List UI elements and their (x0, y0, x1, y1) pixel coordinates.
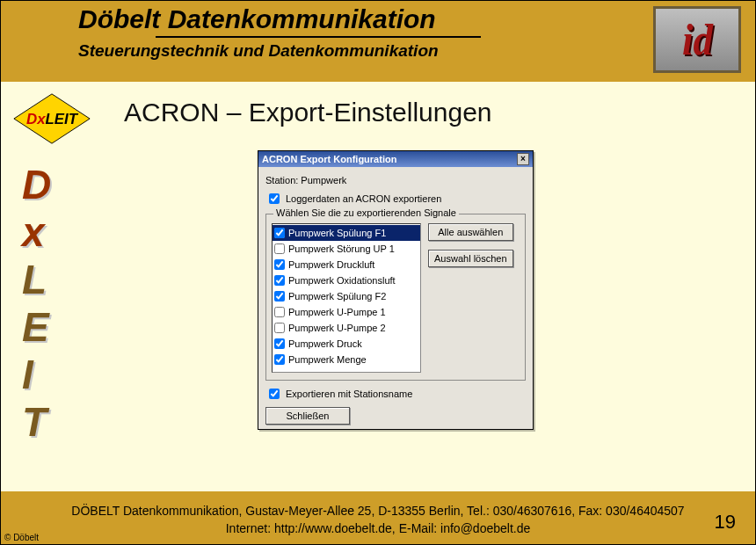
select-all-button[interactable]: Alle auswählen (428, 223, 513, 241)
signal-label: Pumpwerk Spülung F1 (288, 228, 386, 238)
company-logo: id (653, 6, 741, 73)
company-name: Döbelt Datenkommunikation (78, 4, 481, 34)
signals-listbox[interactable]: Pumpwerk Spülung F1Pumpwerk Störung UP 1… (272, 223, 421, 373)
slide-body: DxLEIT D x L E I T ACRON – Export-Einste… (1, 82, 755, 491)
signal-row[interactable]: Pumpwerk U-Pumpe 1 (273, 304, 420, 320)
close-icon[interactable]: × (517, 153, 529, 165)
signal-label: Pumpwerk U-Pumpe 2 (288, 323, 386, 333)
signal-row[interactable]: Pumpwerk U-Pumpe 2 (273, 320, 420, 336)
header-divider (156, 36, 481, 38)
signal-row[interactable]: Pumpwerk Spülung F1 (273, 225, 420, 241)
signal-label: Pumpwerk Druck (288, 338, 362, 349)
sidebar-letter: L (22, 256, 49, 303)
signal-label: Pumpwerk Menge (288, 354, 367, 365)
signal-row[interactable]: Pumpwerk Spülung F2 (273, 288, 420, 304)
signal-checkbox[interactable] (274, 228, 285, 238)
sidebar-letter: D (22, 161, 49, 208)
signal-checkbox[interactable] (274, 338, 285, 349)
clear-selection-button[interactable]: Auswahl löschen (428, 250, 513, 267)
footer-address: DÖBELT Datenkommunikation, Gustav-Meyer-… (1, 502, 755, 520)
sidebar-letter: E (22, 303, 49, 351)
signal-row[interactable]: Pumpwerk Menge (273, 352, 420, 367)
signal-row[interactable]: Pumpwerk Druck (273, 336, 420, 352)
signal-label: Pumpwerk U-Pumpe 1 (288, 307, 386, 317)
signal-checkbox[interactable] (274, 291, 285, 302)
slide-number: 19 (715, 511, 736, 534)
signal-row[interactable]: Pumpwerk Oxidationsluft (273, 272, 420, 288)
close-button[interactable]: Schließen (265, 407, 350, 425)
dialog-titlebar[interactable]: ACRON Export Konfiguration × (258, 151, 533, 167)
slide-footer: DÖBELT Datenkommunikation, Gustav-Meyer-… (1, 491, 755, 544)
signal-row[interactable]: Pumpwerk Störung UP 1 (273, 241, 420, 257)
sidebar-letter: I (22, 351, 49, 398)
dialog-title: ACRON Export Konfiguration (262, 154, 396, 164)
dxleit-badge-icon: DxLEIT (10, 92, 94, 145)
signal-checkbox[interactable] (274, 307, 285, 317)
page-title: ACRON – Export-Einstellungen (124, 98, 492, 127)
signal-label: Pumpwerk Störung UP 1 (288, 243, 395, 254)
sidebar-letter: T (22, 398, 49, 446)
logo-text: id (681, 14, 712, 65)
signal-checkbox[interactable] (274, 243, 285, 254)
svg-text:DxLEIT: DxLEIT (26, 111, 79, 127)
footer-contact: Internet: http://www.doebelt.de, E-Mail:… (1, 520, 755, 537)
slide-header: Döbelt Datenkommunikation Steuerungstech… (1, 1, 755, 82)
company-subtitle: Steuerungstechnik und Datenkommunikation (78, 41, 481, 61)
dxleit-vertical-label: D x L E I T (22, 161, 49, 446)
export-with-stationname-label: Exportieren mit Stationsname (286, 389, 412, 399)
acron-export-dialog: ACRON Export Konfiguration × Station: Pu… (258, 150, 534, 430)
signal-checkbox[interactable] (274, 259, 285, 270)
signal-row[interactable]: Pumpwerk Druckluft (273, 257, 420, 272)
export-with-stationname-checkbox-input[interactable] (269, 389, 280, 399)
signal-label: Pumpwerk Druckluft (288, 259, 374, 270)
logger-export-checkbox-label: Loggerdaten an ACRON exportieren (286, 193, 441, 204)
logger-export-checkbox[interactable]: Loggerdaten an ACRON exportieren (265, 191, 526, 207)
signals-groupbox: Wählen Sie die zu exportierenden Signale… (265, 214, 526, 381)
signal-checkbox[interactable] (274, 323, 285, 333)
signal-checkbox[interactable] (274, 275, 285, 286)
logger-export-checkbox-input[interactable] (269, 193, 280, 204)
station-label: Station: Pumpwerk (265, 175, 526, 185)
signal-checkbox[interactable] (274, 354, 285, 365)
signal-label: Pumpwerk Oxidationsluft (288, 275, 396, 286)
signals-group-legend: Wählen Sie die zu exportierenden Signale (273, 207, 459, 218)
sidebar-letter: x (22, 208, 49, 256)
copyright: © Döbelt (4, 533, 39, 542)
export-with-stationname-checkbox[interactable]: Exportieren mit Stationsname (265, 386, 526, 402)
signal-label: Pumpwerk Spülung F2 (288, 291, 386, 302)
